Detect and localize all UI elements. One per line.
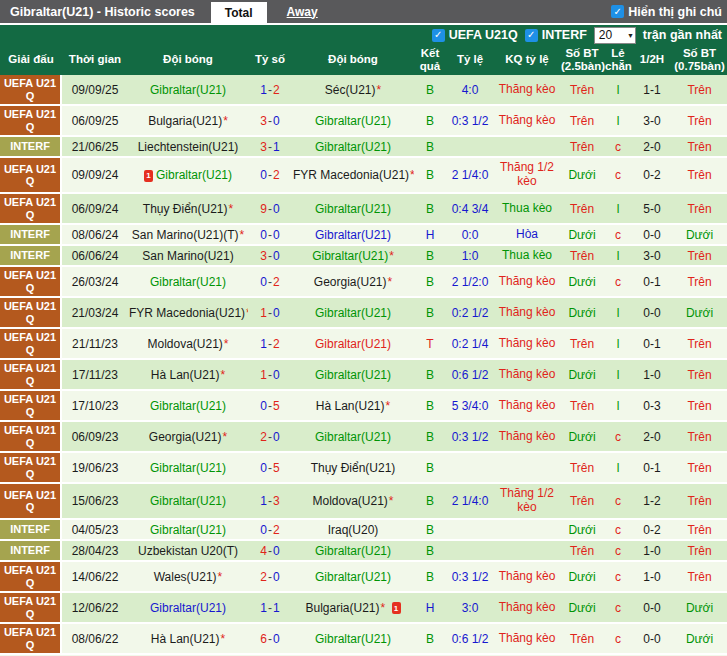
over-under-25-cell: Dưới [560,523,604,537]
show-notes-toggle[interactable]: ✓ Hiển thị ghi chú [611,5,727,19]
away-team-cell: Gibraltar(U21) [292,140,414,154]
home-score: 0 [260,523,267,537]
score-cell: 1-0 [248,306,292,320]
home-score: 1 [260,83,267,97]
over-under-075-cell: Trên [672,399,727,413]
odds-result-cell: Thắng kèo [494,275,560,289]
historic-scores-panel: Gibraltar(U21) - Historic scores Total A… [0,0,727,656]
table-row: UEFA U21 Q 08/06/22 Hà Lan(U21)* 6-0 Gib… [0,624,727,655]
odd-even-cell: l [604,399,632,413]
home-score: 1 [260,601,267,615]
odds-result-cell: Thắng 1/2 kèo [494,487,560,515]
league-cell: UEFA U21 Q [0,422,62,451]
league-cell: INTERF [0,137,62,156]
table-row: UEFA U21 Q 06/09/24 Thụy Điển(U21)* 9-0 … [0,194,727,225]
result-cell: B [414,249,446,263]
match-count-select[interactable]: 20 [594,27,636,44]
home-score: 0 [260,275,267,289]
column-header-goals075: Số BT (0.75bàn) [672,47,727,73]
league-cell: UEFA U21 Q [0,329,62,358]
star-marker: * [386,399,391,413]
home-team-cell: Bulgaria(U21)* [128,114,248,128]
score-cell: 1-2 [248,83,292,97]
table-row: UEFA U21 Q 17/10/23 Gibraltar(U21) 0-5 H… [0,391,727,422]
team-name: Moldova(U21) [312,494,387,508]
half-score-cell: 3-0 [632,114,672,128]
half-score-cell: 1-0 [632,544,672,558]
odd-even-cell: c [604,228,632,242]
team-name: Thụy Điển(U21) [311,461,396,475]
home-score: 1 [260,368,267,382]
home-team-cell: Hà Lan(U21)* [128,368,248,382]
checkbox-checked-icon[interactable]: ✓ [611,5,624,18]
half-score-cell: 0-0 [632,632,672,646]
half-score-cell: 3-0 [632,249,672,263]
away-score: 5 [273,399,280,413]
away-score: 1 [273,601,280,615]
table-row: UEFA U21 Q 14/06/22 Wales(U21)* 2-0 Gibr… [0,562,727,593]
league-label: UEFA U21 Q [3,455,57,479]
table-row: UEFA U21 Q 17/11/23 Hà Lan(U21)* 1-0 Gib… [0,360,727,391]
over-under-075-cell: Dưới [672,632,727,646]
home-score: 3 [260,249,267,263]
away-score: 0 [273,632,280,646]
over-under-075-cell: Trên [672,202,727,216]
team-name: Gibraltar(U21) [150,601,226,615]
over-under-075-cell: Trên [672,570,727,584]
league-label: UEFA U21 Q [3,393,57,417]
over-under-25-cell: Dưới [560,570,604,584]
over-under-075-cell: Trên [672,275,727,289]
result-cell: B [414,202,446,216]
home-team-cell: Hà Lan(U21)* [128,632,248,646]
half-score-cell: 1-1 [632,83,672,97]
table-row: UEFA U21 Q 21/03/24 FYR Macedonia(U21)* … [0,298,727,329]
odds-result-cell: Thắng kèo [494,570,560,584]
score-cell: 0-2 [248,168,292,182]
filter-uefa-u21q[interactable]: ✓ UEFA U21Q [432,28,518,42]
odd-even-cell: c [604,632,632,646]
date-cell: 28/04/23 [62,544,128,558]
odd-even-cell: c [604,275,632,289]
league-cell: UEFA U21 Q [0,484,62,518]
table-row: UEFA U21 Q 06/09/25 Bulgaria(U21)* 3-0 G… [0,106,727,137]
checkbox-checked-icon[interactable]: ✓ [432,29,445,42]
filter-interf[interactable]: ✓ INTERF [525,28,587,42]
home-score: 2 [260,570,267,584]
team-name: Gibraltar(U21) [315,228,391,242]
league-label: UEFA U21 Q [3,489,57,513]
away-team-cell: Gibraltar(U21) [292,544,414,558]
team-name: Gibraltar(U21) [150,83,226,97]
match-count-select-wrap: 20 ▼ [594,27,636,44]
league-cell: UEFA U21 Q [0,158,62,192]
tab-away[interactable]: Away [283,0,322,23]
tab-total[interactable]: Total [211,2,267,23]
handicap-odds-cell: 0:3 1/2 [446,570,494,584]
half-score-cell: 0-1 [632,337,672,351]
handicap-odds-cell: 2 1/4:0 [446,168,494,182]
table-row: UEFA U21 Q 21/11/23 Moldova(U21)* 1-2 Gi… [0,329,727,360]
result-cell: B [414,632,446,646]
team-name: Georgia(U21) [149,430,222,444]
column-header-league: Giải đấu [0,53,62,66]
league-label: UEFA U21 Q [3,626,57,650]
over-under-075-cell: Dưới [672,601,727,615]
home-team-cell: San Marino(U21) [128,249,248,263]
home-team-cell: Gibraltar(U21) [128,601,248,615]
table-row: INTERF 04/05/23 Gibraltar(U21) 0-2 Iraq(… [0,520,727,541]
result-cell: H [414,228,446,242]
date-cell: 17/10/23 [62,399,128,413]
table-row: UEFA U21 Q 15/06/23 Gibraltar(U21) 1-3 M… [0,484,727,520]
checkbox-checked-icon[interactable]: ✓ [525,29,538,42]
odd-even-cell: l [604,337,632,351]
league-label: UEFA U21 Q [3,564,57,588]
over-under-075-cell: Trên [672,461,727,475]
result-cell: B [414,168,446,182]
league-cell: UEFA U21 Q [0,593,62,622]
away-score: 2 [273,168,280,182]
away-team-cell: Gibraltar(U21) [292,570,414,584]
home-team-cell: Gibraltar(U21) [128,83,248,97]
result-cell: T [414,337,446,351]
star-marker: * [240,228,245,242]
titlebar: Gibraltar(U21) - Historic scores Total A… [0,0,727,25]
handicap-odds-cell: 0:3 1/2 [446,114,494,128]
